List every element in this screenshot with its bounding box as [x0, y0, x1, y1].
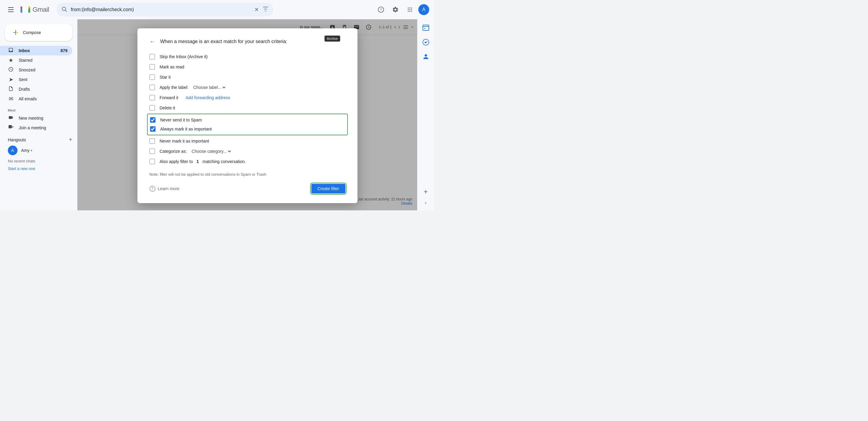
never-important-label[interactable]: Never mark it as important [160, 139, 209, 143]
sidebar-item-drafts[interactable]: Drafts [0, 85, 72, 94]
sidebar-item-inbox[interactable]: Inbox 879 [0, 46, 72, 56]
gmail-logo: Gmail [19, 4, 49, 16]
always-important-checkbox[interactable] [150, 126, 156, 132]
sent-icon: ➤ [8, 76, 14, 83]
svg-point-10 [408, 11, 409, 12]
sidebar-item-sent[interactable]: ➤ Sent [0, 75, 72, 85]
gmail-wordmark: Gmail [33, 6, 49, 13]
filter-option-also-apply: Also apply filter to 1 matching conversa… [150, 157, 345, 166]
forward-it-label[interactable]: Forward it [160, 95, 179, 100]
search-input[interactable] [71, 7, 251, 12]
svg-point-6 [411, 7, 412, 8]
mark-as-read-checkbox[interactable] [150, 64, 155, 70]
skip-inbox-checkbox[interactable] [150, 54, 155, 59]
delete-it-checkbox[interactable] [150, 105, 155, 110]
meet-section-label: Meet [0, 104, 77, 113]
delete-it-label[interactable]: Delete it [160, 105, 175, 110]
never-important-checkbox[interactable] [150, 138, 155, 144]
create-filter-button[interactable]: Create filter [311, 184, 345, 193]
star-it-label[interactable]: Star it [160, 75, 171, 79]
sidebar: Compose Inbox 879 ★ Starred Snoozed ➤ Se… [0, 19, 77, 210]
filter-options: Skip the Inbox (Archive it) Mark as read… [150, 52, 345, 166]
sidebar-item-starred[interactable]: ★ Starred [0, 56, 72, 65]
filter-option-delete-it: Delete it [150, 103, 345, 112]
learn-more-button[interactable]: ? Learn more [150, 186, 180, 192]
calendar-icon[interactable] [420, 22, 432, 34]
svg-rect-15 [424, 28, 425, 29]
modal-header: ← When a message is an exact match for y… [150, 38, 345, 45]
help-button[interactable]: ? [375, 4, 387, 16]
join-meeting-icon [8, 125, 14, 131]
start-new-link[interactable]: Start a new one [0, 166, 77, 171]
sidebar-item-snoozed[interactable]: Snoozed [0, 65, 72, 75]
also-apply-label[interactable]: Also apply filter to 1 matching conversa… [160, 159, 246, 164]
compose-button[interactable]: Compose [5, 24, 72, 41]
apps-button[interactable] [404, 4, 416, 16]
forward-it-checkbox[interactable] [150, 95, 155, 100]
search-filter-icon[interactable] [262, 6, 269, 13]
svg-rect-13 [9, 125, 12, 128]
svg-point-5 [409, 7, 410, 8]
search-clear-icon[interactable]: ✕ [254, 6, 259, 13]
amy-name: Amy [21, 148, 30, 153]
svg-point-12 [411, 11, 412, 12]
svg-point-8 [409, 9, 410, 10]
never-spam-checkbox[interactable] [150, 117, 156, 123]
filter-option-apply-label: Apply the label: Choose label... [150, 83, 345, 92]
drafts-icon [8, 86, 14, 93]
sidebar-item-inbox-count: 879 [61, 48, 67, 53]
star-it-checkbox[interactable] [150, 74, 155, 80]
topbar-right: ? A [375, 4, 429, 16]
contacts-icon[interactable] [420, 51, 432, 63]
never-spam-label[interactable]: Never send it to Spam [160, 118, 202, 122]
search-bar[interactable]: ✕ [56, 3, 273, 17]
apply-label-checkbox[interactable] [150, 85, 155, 90]
sidebar-item-snoozed-label: Snoozed [19, 67, 67, 72]
settings-button[interactable] [390, 4, 401, 16]
add-hangout-button[interactable]: + [69, 136, 72, 143]
inbox-icon [8, 47, 14, 54]
category-select[interactable]: Choose category... [190, 149, 232, 154]
sidebar-item-starred-label: Starred [19, 58, 67, 63]
sidebar-item-new-meeting-label: New meeting [19, 116, 67, 121]
archive-tooltip: Archive [324, 36, 340, 41]
matching-count: 1 [196, 159, 199, 164]
always-important-label[interactable]: Always mark it as important [160, 127, 212, 131]
amy-chevron: ▾ [31, 149, 32, 152]
svg-point-4 [408, 7, 409, 8]
tasks-icon[interactable] [420, 36, 432, 48]
filter-option-star-it: Star it [150, 73, 345, 82]
filter-modal: ← When a message is an exact match for y… [137, 28, 358, 203]
sidebar-item-all-emails[interactable]: ✉ All emails [0, 94, 72, 104]
user-avatar[interactable]: A [418, 4, 429, 15]
also-apply-checkbox[interactable] [150, 159, 155, 164]
categorize-label[interactable]: Categorize as: Choose category... [160, 149, 232, 154]
modal-back-button[interactable]: ← [150, 38, 156, 45]
hamburger-menu[interactable] [5, 4, 17, 16]
filter-option-never-spam: Never send it to Spam [150, 116, 345, 125]
sidebar-item-new-meeting[interactable]: New meeting [0, 113, 72, 123]
add-sidebar-button[interactable]: + [420, 186, 432, 198]
hangouts-amy-item[interactable]: A Amy ▾ [0, 144, 77, 156]
hangouts-section: Hangouts + A Amy ▾ No recent chats Start… [0, 133, 77, 174]
hangouts-header: Hangouts + [0, 135, 77, 144]
sidebar-item-join-meeting[interactable]: Join a meeting [0, 123, 72, 133]
main-layout: Compose Inbox 879 ★ Starred Snoozed ➤ Se… [0, 19, 434, 210]
filter-option-skip-inbox: Skip the Inbox (Archive it) [150, 52, 345, 61]
expand-sidebar-icon[interactable]: › [425, 200, 427, 205]
sidebar-item-drafts-label: Drafts [19, 87, 67, 92]
sidebar-item-sent-label: Sent [19, 77, 67, 82]
mark-as-read-label[interactable]: Mark as read [160, 64, 184, 69]
filter-option-never-important: Never mark it as important [150, 136, 345, 145]
add-forwarding-address-link[interactable]: Add forwarding address [186, 95, 230, 100]
label-select[interactable]: Choose label... [192, 85, 226, 90]
sidebar-item-join-meeting-label: Join a meeting [19, 125, 67, 130]
skip-inbox-label[interactable]: Skip the Inbox (Archive it) [160, 54, 208, 59]
svg-point-11 [409, 11, 410, 12]
categorize-checkbox[interactable] [150, 149, 155, 154]
apply-label-label[interactable]: Apply the label: Choose label... [160, 85, 227, 90]
starred-icon: ★ [8, 57, 14, 64]
right-sidebar: + › [417, 19, 434, 210]
email-list-area: in our news... Archive 1–1 of 1 ‹ › [77, 19, 417, 210]
compose-plus-icon [12, 29, 19, 36]
